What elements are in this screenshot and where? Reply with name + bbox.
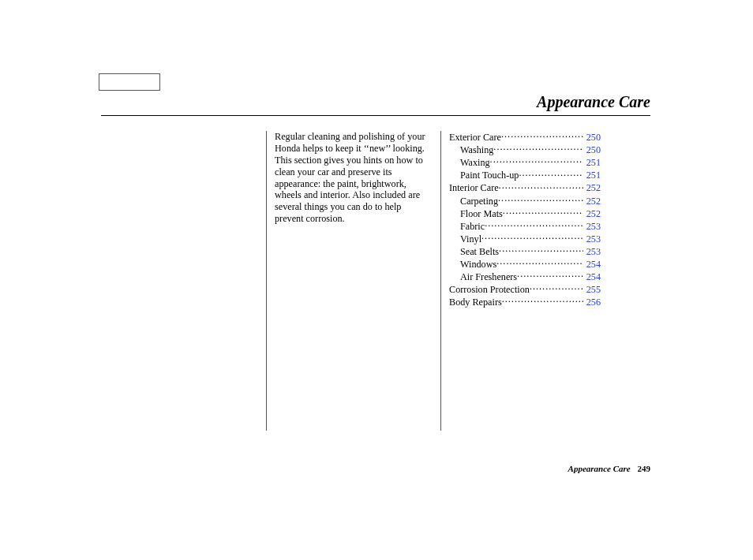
toc-row: Vinyl253: [449, 233, 601, 245]
toc-leader-dots: [519, 169, 583, 178]
toc-row: Washing250: [449, 144, 601, 156]
intro-text: Regular cleaning and polishing of your H…: [275, 131, 426, 225]
toc-label: Corrosion Protection: [449, 284, 530, 296]
toc-leader-dots: [499, 181, 583, 191]
toc-label: Windows: [449, 259, 496, 271]
toc-label: Fabric: [449, 221, 485, 233]
toc-leader-dots: [493, 144, 583, 153]
header-thumb-box: [99, 73, 160, 91]
toc-leader-dots: [498, 194, 583, 203]
toc-label: Interior Care: [449, 182, 499, 194]
toc-page-link[interactable]: 256: [583, 297, 601, 308]
page-footer: Appearance Care 249: [568, 464, 650, 473]
toc-label: Waxing: [449, 157, 490, 169]
toc-leader-dots: [485, 219, 583, 229]
toc-label: Vinyl: [449, 233, 481, 245]
toc-leader-dots: [517, 271, 583, 280]
toc-row: Waxing251: [449, 156, 601, 169]
header-rule: [101, 115, 650, 116]
intro-column: Regular cleaning and polishing of your H…: [266, 131, 426, 431]
footer-page-number: 249: [633, 464, 651, 473]
toc-label: Carpeting: [449, 196, 498, 207]
content-columns: Regular cleaning and polishing of your H…: [266, 131, 601, 431]
toc-page-link[interactable]: 252: [583, 182, 601, 194]
toc-label: Floor Mats: [449, 208, 503, 220]
toc-label: Body Repairs: [449, 297, 502, 308]
toc-row: Paint Touch-up251: [449, 169, 601, 181]
toc-leader-dots: [501, 131, 583, 140]
toc-leader-dots: [530, 283, 583, 293]
toc-page-link[interactable]: 250: [583, 132, 601, 144]
toc-page-link[interactable]: 251: [583, 157, 601, 169]
toc-row: Fabric253: [449, 219, 601, 232]
toc-row: Exterior Care250: [449, 131, 601, 144]
toc-row: Corrosion Protection255: [449, 283, 601, 296]
toc-leader-dots: [496, 258, 583, 267]
toc-page-link[interactable]: 252: [583, 196, 601, 207]
toc-page-link[interactable]: 254: [583, 259, 601, 271]
toc-row: Air Fresheners254: [449, 271, 601, 283]
toc-leader-dots: [502, 296, 583, 305]
toc-label: Seat Belts: [449, 246, 499, 258]
toc-row: Carpeting252: [449, 194, 601, 207]
page-title: Appearance Care: [537, 93, 650, 111]
toc-row: Body Repairs256: [449, 296, 601, 308]
toc-label: Air Fresheners: [449, 271, 517, 283]
toc-page-link[interactable]: 255: [583, 284, 601, 296]
toc-row: Floor Mats252: [449, 207, 601, 219]
toc-page-link[interactable]: 253: [583, 246, 601, 258]
toc-label: Exterior Care: [449, 132, 501, 144]
toc-page-link[interactable]: 253: [583, 233, 601, 245]
toc-leader-dots: [481, 233, 583, 242]
footer-section-label: Appearance Care: [568, 464, 631, 473]
toc-label: Paint Touch-up: [449, 170, 519, 181]
page: Appearance Care Regular cleaning and pol…: [0, 0, 753, 560]
toc-page-link[interactable]: 253: [583, 221, 601, 233]
toc-leader-dots: [503, 207, 583, 216]
toc-row: Interior Care252: [449, 181, 601, 194]
toc-row: Seat Belts253: [449, 245, 601, 258]
toc-page-link[interactable]: 254: [583, 271, 601, 283]
toc-page-link[interactable]: 252: [583, 208, 601, 220]
toc-leader-dots: [499, 245, 583, 255]
toc-page-link[interactable]: 251: [583, 170, 601, 181]
toc-leader-dots: [490, 156, 583, 166]
toc-page-link[interactable]: 250: [583, 144, 601, 156]
toc-label: Washing: [449, 144, 493, 156]
toc-row: Windows254: [449, 258, 601, 271]
toc-column: Exterior Care250Washing250Waxing251Paint…: [440, 131, 601, 431]
